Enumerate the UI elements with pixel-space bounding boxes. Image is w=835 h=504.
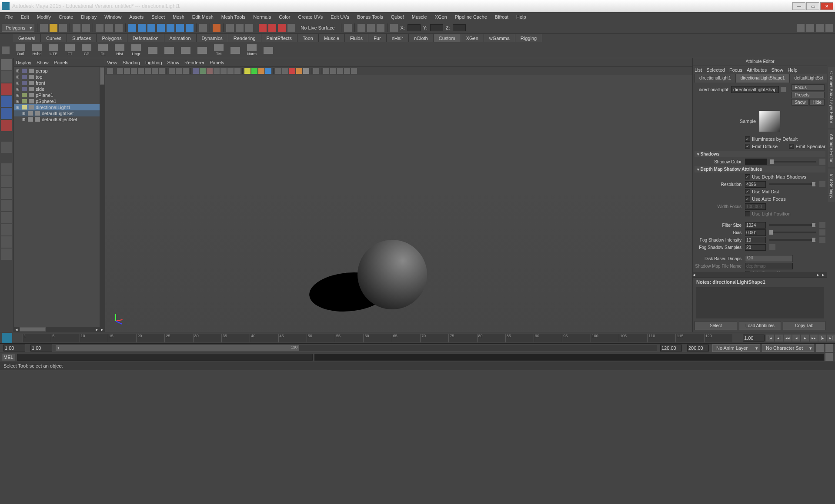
viewport-icon-23[interactable] [282,68,288,74]
bias-input[interactable] [745,229,766,236]
select-hier-icon[interactable] [96,24,104,32]
select-tool[interactable] [1,59,12,70]
shelf-button-11[interactable] [195,43,210,57]
viewport-icon-9[interactable] [176,68,182,74]
prefs-icon[interactable] [825,344,833,352]
step-fwd-button[interactable]: ▸▸ [810,335,818,342]
ae-hide-button[interactable]: Hide [809,99,825,106]
viewport-icon-22[interactable] [275,68,281,74]
resolution-input[interactable] [745,181,766,188]
ae-menu-help[interactable]: Help [788,67,798,73]
ipr-icon[interactable] [226,24,234,32]
menu-color[interactable]: Color [275,13,294,20]
viewport-canvas[interactable] [105,75,692,332]
menu-modify[interactable]: Modify [33,13,54,20]
rotate-tool[interactable] [1,108,12,119]
viewport-menu-view[interactable]: View [107,60,117,65]
autokey-icon[interactable] [816,344,824,352]
shelf-tab-surfaces[interactable]: Surfaces [67,34,97,42]
viewport-icon-30[interactable] [337,68,343,74]
step-back-button[interactable]: ◂◂ [784,335,792,342]
bias-slider[interactable] [769,232,816,233]
viewport-icon-25[interactable] [296,68,302,74]
menu-normals[interactable]: Normals [250,13,274,20]
construction-icon[interactable] [259,24,267,32]
new-scene-icon[interactable] [40,24,48,32]
disk-dmaps-dropdown[interactable]: Off [745,255,793,262]
layout-two-side[interactable] [1,188,12,199]
ae-load-button[interactable]: Load Attributes [739,321,782,330]
shelf-tab-fur[interactable]: Fur [368,34,387,42]
sidebar-toggle-3-icon[interactable] [816,24,824,32]
module-selector[interactable]: Polygons [2,24,34,32]
viewport-icon-6[interactable] [152,68,158,74]
shadow-color-swatch[interactable] [745,159,767,165]
menu-pipeline-cache[interactable]: Pipeline Cache [451,13,491,20]
viewport-icon-31[interactable] [344,68,350,74]
emit-specular-checkbox[interactable] [789,144,794,149]
minimize-button[interactable]: — [792,2,805,10]
viewport-icon-13[interactable] [207,68,213,74]
resolution-slider[interactable] [769,183,816,185]
viewport-icon-12[interactable] [200,68,206,74]
play-fwd-button[interactable]: ▸ [801,335,809,342]
use-lightpos-checkbox[interactable] [745,211,750,216]
ae-tab-directionalLight1[interactable]: directionalLight1 [695,74,736,83]
menu-edit-uvs[interactable]: Edit UVs [327,13,353,20]
z-input[interactable] [453,24,466,31]
rail-tab-0[interactable]: Channel Box / Layer Editor [828,67,835,128]
shelf-button-7[interactable]: Ungr [129,43,144,57]
maximize-button[interactable]: ▭ [806,2,819,10]
ae-tab-directionalLightShape1[interactable]: directionalLightShape1 [736,74,790,83]
ae-menu-focus[interactable]: Focus [729,67,742,73]
ae-hscroll[interactable]: ◂▸▸ [693,272,827,277]
save-scene-icon[interactable] [59,24,67,32]
fogint-map-icon[interactable] [819,237,825,243]
layout-two-stack[interactable] [1,200,12,211]
viewport-menu-show[interactable]: Show [167,60,180,65]
scale-tool[interactable] [1,120,12,131]
anim-end-input[interactable] [687,345,709,351]
viewport-menu-lighting[interactable]: Lighting [145,60,162,65]
resolution-map-icon[interactable] [819,181,825,187]
menu-edit-mesh[interactable]: Edit Mesh [189,13,217,20]
ae-focus-button[interactable]: Focus [792,84,825,91]
live-off-icon[interactable] [278,24,286,32]
filter-slider[interactable] [769,224,816,226]
range-slider[interactable]: 1120 [56,345,657,351]
ae-notes-textarea[interactable] [696,287,824,318]
ae-node-name-input[interactable] [731,86,779,93]
cmd-lang-label[interactable]: MEL [2,354,15,361]
rail-tab-1[interactable]: Attribute Editor [828,129,835,167]
shelf-button-3[interactable]: FT [63,43,77,57]
outliner-item-pPlane1[interactable]: ⊞pPlane1 [14,92,100,98]
viewport-icon-2[interactable] [124,68,130,74]
menu-qube![interactable]: Qube! [387,13,407,20]
layout-1-icon[interactable] [344,24,352,32]
filter-input[interactable] [745,222,766,229]
shelf-button-8[interactable] [145,43,160,57]
outliner-item-side[interactable]: ⊞side [14,86,100,92]
fogint-input[interactable] [745,237,766,243]
outliner-item-persp[interactable]: ⊞persp [14,68,100,74]
render-set-icon[interactable] [245,24,253,32]
outliner-hscroll[interactable]: ◂ ▸ ▸ [14,327,105,332]
shadow-color-slider[interactable] [770,161,816,162]
range-start-input[interactable] [30,345,52,351]
snap-point-icon[interactable] [147,24,155,32]
outliner-item-directionalLight1[interactable]: ⊞directionalLight1 [14,104,100,110]
viewport-icon-11[interactable] [193,68,199,74]
lasso-tool[interactable] [1,71,12,83]
shelf-tab-wgamma[interactable]: wGamma [484,34,515,42]
shelf-tab-nhair[interactable]: nHair [387,34,409,42]
menu-display[interactable]: Display [77,13,100,20]
menu-muscle[interactable]: Muscle [408,13,431,20]
shelf-tab-animation[interactable]: Animation [164,34,197,42]
current-frame-input[interactable] [743,335,765,342]
outliner-menu-panels[interactable]: Panels [54,60,69,65]
shelf-tab-fluids[interactable]: Fluids [345,34,368,42]
ae-menu-list[interactable]: List [695,67,702,73]
viewport-icon-15[interactable] [220,68,227,74]
menu-create[interactable]: Create [55,13,77,20]
viewport-menu-renderer[interactable]: Renderer [184,60,204,65]
